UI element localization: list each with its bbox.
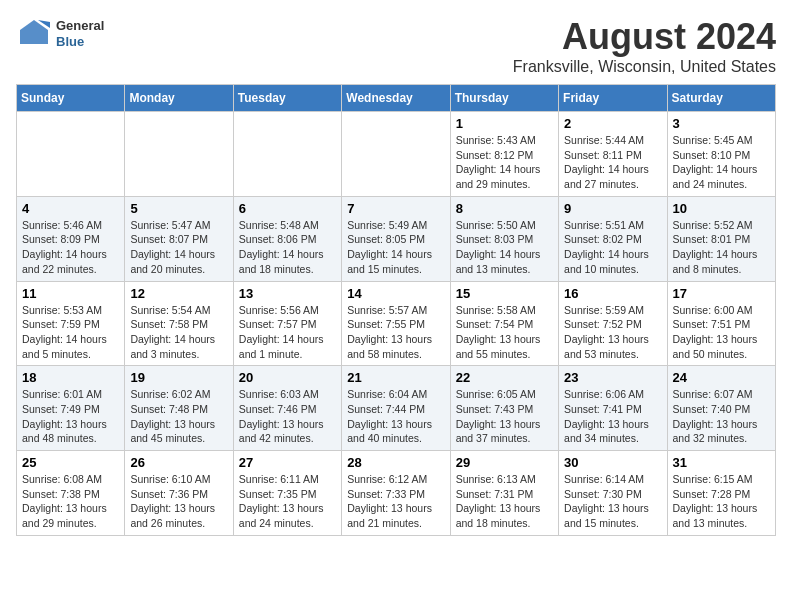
day-number: 26	[130, 455, 227, 470]
day-number: 4	[22, 201, 119, 216]
day-info: Sunrise: 6:06 AMSunset: 7:41 PMDaylight:…	[564, 387, 661, 446]
col-monday: Monday	[125, 85, 233, 112]
logo: General Blue	[16, 16, 104, 52]
day-info: Sunrise: 5:50 AMSunset: 8:03 PMDaylight:…	[456, 218, 553, 277]
day-info: Sunrise: 6:07 AMSunset: 7:40 PMDaylight:…	[673, 387, 770, 446]
main-title: August 2024	[513, 16, 776, 58]
day-info: Sunrise: 6:14 AMSunset: 7:30 PMDaylight:…	[564, 472, 661, 531]
day-info: Sunrise: 6:00 AMSunset: 7:51 PMDaylight:…	[673, 303, 770, 362]
day-number: 16	[564, 286, 661, 301]
header-row: Sunday Monday Tuesday Wednesday Thursday…	[17, 85, 776, 112]
day-number: 20	[239, 370, 336, 385]
calendar-cell: 20Sunrise: 6:03 AMSunset: 7:46 PMDayligh…	[233, 366, 341, 451]
calendar-cell: 13Sunrise: 5:56 AMSunset: 7:57 PMDayligh…	[233, 281, 341, 366]
day-number: 25	[22, 455, 119, 470]
day-info: Sunrise: 6:03 AMSunset: 7:46 PMDaylight:…	[239, 387, 336, 446]
calendar-cell	[342, 112, 450, 197]
day-number: 28	[347, 455, 444, 470]
day-info: Sunrise: 5:47 AMSunset: 8:07 PMDaylight:…	[130, 218, 227, 277]
calendar-cell: 3Sunrise: 5:45 AMSunset: 8:10 PMDaylight…	[667, 112, 775, 197]
col-sunday: Sunday	[17, 85, 125, 112]
day-number: 19	[130, 370, 227, 385]
calendar-cell: 24Sunrise: 6:07 AMSunset: 7:40 PMDayligh…	[667, 366, 775, 451]
day-number: 30	[564, 455, 661, 470]
calendar-cell: 1Sunrise: 5:43 AMSunset: 8:12 PMDaylight…	[450, 112, 558, 197]
calendar-cell: 14Sunrise: 5:57 AMSunset: 7:55 PMDayligh…	[342, 281, 450, 366]
day-number: 7	[347, 201, 444, 216]
day-info: Sunrise: 6:12 AMSunset: 7:33 PMDaylight:…	[347, 472, 444, 531]
day-info: Sunrise: 6:10 AMSunset: 7:36 PMDaylight:…	[130, 472, 227, 531]
day-info: Sunrise: 5:49 AMSunset: 8:05 PMDaylight:…	[347, 218, 444, 277]
calendar-cell: 25Sunrise: 6:08 AMSunset: 7:38 PMDayligh…	[17, 451, 125, 536]
calendar-cell: 7Sunrise: 5:49 AMSunset: 8:05 PMDaylight…	[342, 196, 450, 281]
day-number: 5	[130, 201, 227, 216]
calendar-cell: 31Sunrise: 6:15 AMSunset: 7:28 PMDayligh…	[667, 451, 775, 536]
day-number: 27	[239, 455, 336, 470]
calendar-week-5: 25Sunrise: 6:08 AMSunset: 7:38 PMDayligh…	[17, 451, 776, 536]
calendar-week-1: 1Sunrise: 5:43 AMSunset: 8:12 PMDaylight…	[17, 112, 776, 197]
day-info: Sunrise: 5:59 AMSunset: 7:52 PMDaylight:…	[564, 303, 661, 362]
day-number: 24	[673, 370, 770, 385]
day-number: 23	[564, 370, 661, 385]
day-info: Sunrise: 5:52 AMSunset: 8:01 PMDaylight:…	[673, 218, 770, 277]
day-info: Sunrise: 5:53 AMSunset: 7:59 PMDaylight:…	[22, 303, 119, 362]
calendar-week-2: 4Sunrise: 5:46 AMSunset: 8:09 PMDaylight…	[17, 196, 776, 281]
col-saturday: Saturday	[667, 85, 775, 112]
day-number: 3	[673, 116, 770, 131]
calendar-cell: 28Sunrise: 6:12 AMSunset: 7:33 PMDayligh…	[342, 451, 450, 536]
logo-icon	[16, 16, 52, 52]
calendar-week-3: 11Sunrise: 5:53 AMSunset: 7:59 PMDayligh…	[17, 281, 776, 366]
day-info: Sunrise: 6:13 AMSunset: 7:31 PMDaylight:…	[456, 472, 553, 531]
calendar-table: Sunday Monday Tuesday Wednesday Thursday…	[16, 84, 776, 536]
calendar-week-4: 18Sunrise: 6:01 AMSunset: 7:49 PMDayligh…	[17, 366, 776, 451]
calendar-cell	[233, 112, 341, 197]
col-tuesday: Tuesday	[233, 85, 341, 112]
day-number: 13	[239, 286, 336, 301]
day-number: 21	[347, 370, 444, 385]
day-number: 17	[673, 286, 770, 301]
logo-general-text: General	[56, 18, 104, 34]
title-area: August 2024 Franksville, Wisconsin, Unit…	[513, 16, 776, 76]
day-number: 2	[564, 116, 661, 131]
day-number: 1	[456, 116, 553, 131]
day-number: 14	[347, 286, 444, 301]
logo-text: General Blue	[56, 18, 104, 49]
calendar-cell: 11Sunrise: 5:53 AMSunset: 7:59 PMDayligh…	[17, 281, 125, 366]
calendar-cell: 18Sunrise: 6:01 AMSunset: 7:49 PMDayligh…	[17, 366, 125, 451]
day-number: 12	[130, 286, 227, 301]
calendar-cell: 27Sunrise: 6:11 AMSunset: 7:35 PMDayligh…	[233, 451, 341, 536]
day-number: 18	[22, 370, 119, 385]
calendar-cell: 2Sunrise: 5:44 AMSunset: 8:11 PMDaylight…	[559, 112, 667, 197]
day-info: Sunrise: 5:43 AMSunset: 8:12 PMDaylight:…	[456, 133, 553, 192]
day-number: 9	[564, 201, 661, 216]
day-info: Sunrise: 5:56 AMSunset: 7:57 PMDaylight:…	[239, 303, 336, 362]
calendar-cell: 10Sunrise: 5:52 AMSunset: 8:01 PMDayligh…	[667, 196, 775, 281]
day-info: Sunrise: 6:05 AMSunset: 7:43 PMDaylight:…	[456, 387, 553, 446]
day-info: Sunrise: 5:48 AMSunset: 8:06 PMDaylight:…	[239, 218, 336, 277]
header: General Blue August 2024 Franksville, Wi…	[16, 16, 776, 76]
calendar-cell: 12Sunrise: 5:54 AMSunset: 7:58 PMDayligh…	[125, 281, 233, 366]
calendar-cell: 15Sunrise: 5:58 AMSunset: 7:54 PMDayligh…	[450, 281, 558, 366]
day-number: 10	[673, 201, 770, 216]
calendar-cell: 9Sunrise: 5:51 AMSunset: 8:02 PMDaylight…	[559, 196, 667, 281]
calendar-cell: 19Sunrise: 6:02 AMSunset: 7:48 PMDayligh…	[125, 366, 233, 451]
calendar-cell: 22Sunrise: 6:05 AMSunset: 7:43 PMDayligh…	[450, 366, 558, 451]
calendar-header: Sunday Monday Tuesday Wednesday Thursday…	[17, 85, 776, 112]
col-friday: Friday	[559, 85, 667, 112]
day-number: 15	[456, 286, 553, 301]
calendar-cell: 17Sunrise: 6:00 AMSunset: 7:51 PMDayligh…	[667, 281, 775, 366]
calendar-cell: 23Sunrise: 6:06 AMSunset: 7:41 PMDayligh…	[559, 366, 667, 451]
day-number: 11	[22, 286, 119, 301]
calendar-cell: 21Sunrise: 6:04 AMSunset: 7:44 PMDayligh…	[342, 366, 450, 451]
calendar-cell: 8Sunrise: 5:50 AMSunset: 8:03 PMDaylight…	[450, 196, 558, 281]
col-wednesday: Wednesday	[342, 85, 450, 112]
calendar-cell: 29Sunrise: 6:13 AMSunset: 7:31 PMDayligh…	[450, 451, 558, 536]
calendar-cell: 16Sunrise: 5:59 AMSunset: 7:52 PMDayligh…	[559, 281, 667, 366]
day-info: Sunrise: 5:44 AMSunset: 8:11 PMDaylight:…	[564, 133, 661, 192]
day-info: Sunrise: 5:51 AMSunset: 8:02 PMDaylight:…	[564, 218, 661, 277]
calendar-cell	[17, 112, 125, 197]
calendar-cell: 6Sunrise: 5:48 AMSunset: 8:06 PMDaylight…	[233, 196, 341, 281]
calendar-cell: 5Sunrise: 5:47 AMSunset: 8:07 PMDaylight…	[125, 196, 233, 281]
day-info: Sunrise: 5:58 AMSunset: 7:54 PMDaylight:…	[456, 303, 553, 362]
day-info: Sunrise: 6:11 AMSunset: 7:35 PMDaylight:…	[239, 472, 336, 531]
